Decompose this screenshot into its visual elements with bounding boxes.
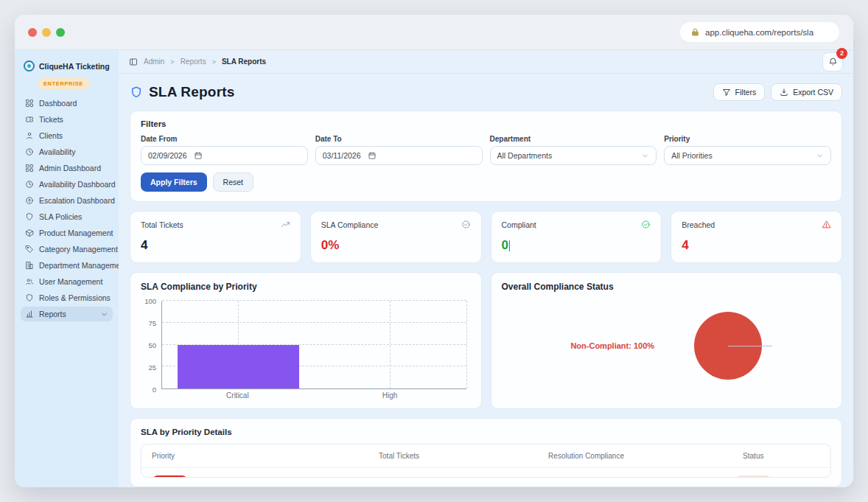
sidebar-item-clients[interactable]: Clients <box>21 128 113 143</box>
stat-card-compliant: Compliant0 <box>491 211 662 263</box>
sidebar-item-admin-dashboard[interactable]: Admin Dashboard <box>21 161 113 175</box>
stat-value: 0% <box>321 238 471 253</box>
date-value: 02/09/2026 <box>148 151 187 160</box>
sidebar-item-reports[interactable]: Reports <box>21 307 113 321</box>
filters-button[interactable]: Filters <box>713 83 766 101</box>
stat-card-total-tickets: Total Tickets4 <box>130 211 301 263</box>
column-header: Priority <box>152 452 312 460</box>
stat-card-sla-compliance: SLA Compliance0% <box>310 211 482 263</box>
date-input[interactable]: 03/11/2026 <box>315 146 483 165</box>
gridline <box>466 301 467 388</box>
alert-triangle-icon <box>822 220 831 229</box>
reset-button[interactable]: Reset <box>213 172 253 192</box>
sidebar-item-category-management[interactable]: Category Management <box>21 242 113 257</box>
chevron-down-icon <box>816 152 824 160</box>
sidebar: CliqueHA Ticketing ENTERPRISE DashboardT… <box>15 50 119 487</box>
export-csv-button[interactable]: Export CSV <box>771 83 842 101</box>
page-content: SLA Reports Filters Export CSV <box>119 74 853 487</box>
ticket-icon <box>25 115 34 124</box>
funnel-icon <box>722 88 731 97</box>
pie-chart-card: Overall Compliance Status Non-Compliant:… <box>491 272 843 409</box>
stat-value: 4 <box>141 238 290 253</box>
y-tick-label: 75 <box>148 319 156 327</box>
grid-icon <box>25 164 34 172</box>
stat-label: Compliant <box>502 220 536 229</box>
trending-up-icon <box>281 220 290 229</box>
address-bar[interactable]: app.cliqueha.com/reports/sla <box>679 21 840 43</box>
sidebar-item-sla-policies[interactable]: SLA Policies <box>21 209 113 224</box>
breadcrumb-item[interactable]: Admin <box>144 57 164 66</box>
pie-circle[interactable] <box>694 312 762 380</box>
brand[interactable]: CliqueHA Ticketing <box>21 59 113 73</box>
breadcrumb-item[interactable]: SLA Reports <box>222 57 266 66</box>
table-title: SLA by Priority Details <box>141 428 831 436</box>
stat-label: Total Tickets <box>141 220 183 229</box>
chevron-down-icon <box>100 310 108 318</box>
shield-icon <box>25 293 34 302</box>
enterprise-badge: ENTERPRISE <box>38 78 89 89</box>
select-dropdown[interactable]: All Priorities <box>664 146 831 165</box>
column-header: Status <box>687 452 820 460</box>
resolution-compliance-cell: 50% <box>486 477 686 478</box>
url-text: app.cliqueha.com/reports/sla <box>705 28 813 37</box>
filters-title: Filters <box>141 119 831 128</box>
sidebar-item-roles-permissions[interactable]: Roles & Permissions <box>21 290 113 305</box>
sidebar-item-label: Escalation Dashboard <box>39 196 115 205</box>
grid-icon <box>25 99 34 108</box>
sidebar-item-availability[interactable]: Availability <box>21 144 113 159</box>
brand-logo-icon <box>24 60 35 72</box>
sidebar-item-department-management[interactable]: Department Management <box>21 258 113 273</box>
bar-critical[interactable] <box>178 345 299 389</box>
check-circle-icon <box>461 220 471 229</box>
x-axis-labels: CriticalHigh <box>161 389 466 400</box>
sidebar-item-label: Admin Dashboard <box>39 164 101 172</box>
sidebar-item-tickets[interactable]: Tickets <box>21 112 113 127</box>
breadcrumb: Admin>Reports>SLA Reports <box>129 57 266 66</box>
sidebar-item-label: Availability Dashboard <box>39 180 116 189</box>
calendar-icon[interactable] <box>368 151 377 160</box>
x-tick-label: High <box>382 391 398 400</box>
sidebar-item-dashboard[interactable]: Dashboard <box>21 96 113 111</box>
page-title: SLA Reports <box>149 84 235 100</box>
text-cursor <box>509 240 511 251</box>
breadcrumb-separator: > <box>212 58 216 66</box>
apply-filters-button[interactable]: Apply Filters <box>141 172 207 192</box>
gridline <box>390 301 391 388</box>
sidebar-item-label: Tickets <box>39 115 63 124</box>
breadcrumb-item[interactable]: Reports <box>181 57 206 66</box>
field-label: Date From <box>141 135 308 143</box>
sidebar-item-label: Roles & Permissions <box>39 293 111 302</box>
notifications-button[interactable]: 2 <box>822 52 843 72</box>
sla-details-table: PriorityTotal TicketsResolution Complian… <box>141 444 831 478</box>
sidebar-item-label: Reports <box>39 310 66 318</box>
sidebar-item-label: SLA Policies <box>39 212 82 221</box>
traffic-light[interactable] <box>42 28 51 37</box>
status-badge: Critical <box>735 475 771 478</box>
date-input[interactable]: 02/09/2026 <box>141 146 308 165</box>
column-header: Resolution Compliance <box>486 452 686 460</box>
sidebar-item-escalation-dashboard[interactable]: Escalation Dashboard <box>21 193 113 208</box>
traffic-light[interactable] <box>28 28 37 37</box>
sidebar-item-label: Dashboard <box>39 99 77 108</box>
table-header-row: PriorityTotal TicketsResolution Complian… <box>141 445 830 468</box>
stats-row: Total Tickets4SLA Compliance0%Compliant0… <box>130 211 842 263</box>
window-controls[interactable] <box>28 28 65 37</box>
bar-chart-icon <box>25 310 34 318</box>
breadcrumb-separator: > <box>170 58 174 66</box>
select-dropdown[interactable]: All Departments <box>490 146 657 165</box>
table-row: Critical250%Critical <box>141 468 830 478</box>
column-header: Total Tickets <box>312 452 486 460</box>
sidebar-item-product-management[interactable]: Product Management <box>21 226 113 240</box>
clock-icon <box>25 180 34 189</box>
sidebar-item-availability-dashboard[interactable]: Availability Dashboard <box>21 177 113 192</box>
sidebar-toggle-icon[interactable] <box>129 57 138 66</box>
traffic-light[interactable] <box>56 28 65 37</box>
field-label: Department <box>490 135 657 143</box>
browser-window: app.cliqueha.com/reports/sla CliqueHA Ti… <box>15 15 853 487</box>
calendar-icon[interactable] <box>194 151 203 160</box>
sidebar-item-user-management[interactable]: User Management <box>21 274 113 289</box>
x-tick-label: Critical <box>226 391 249 400</box>
pie-slice-label: Non-Compliant: 100% <box>570 341 654 350</box>
filters-panel: Filters Date From02/09/2026Date To03/11/… <box>130 111 842 202</box>
bell-icon <box>828 57 838 66</box>
